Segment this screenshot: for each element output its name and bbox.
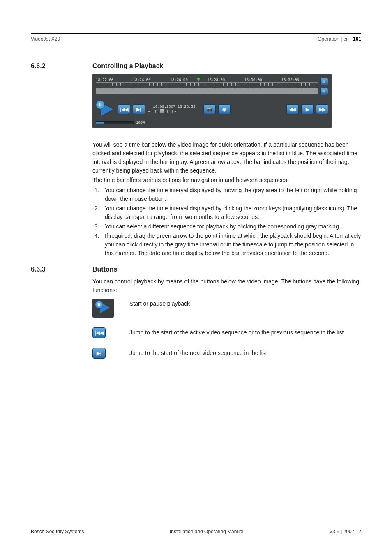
para-1: You will see a time bar below the video … bbox=[92, 140, 361, 175]
section-title: Buttons bbox=[92, 266, 117, 273]
button-table: Start or pause playback |◀◀ Jump to the … bbox=[92, 299, 361, 359]
step-item: You can select a different sequence for … bbox=[101, 222, 361, 231]
speed-handle-icon[interactable] bbox=[160, 109, 164, 113]
section-662-heading: 6.6.2 Controlling a Playback bbox=[31, 62, 361, 70]
timeline-ruler[interactable] bbox=[96, 82, 318, 86]
button-row-playpause: Start or pause playback bbox=[92, 299, 361, 318]
next-sequence-icon: ▶| bbox=[92, 348, 106, 359]
step-item: You can change the time interval display… bbox=[101, 204, 361, 221]
playback-timebar-ui: 18:22:00 18:24:00 18:26:00 18:28:00 18:3… bbox=[92, 74, 332, 128]
play-pause-button[interactable] bbox=[96, 101, 115, 117]
section-number: 6.6.2 bbox=[31, 62, 92, 70]
running-footer: Bosch Security Systems Installation and … bbox=[31, 526, 361, 534]
header-rule bbox=[31, 33, 361, 34]
zoom-in-button[interactable]: 🔍 bbox=[320, 78, 328, 85]
header-left: VideoJet X20 bbox=[31, 36, 60, 42]
button-row-prev: |◀◀ Jump to the start of the active vide… bbox=[92, 327, 361, 338]
play-pause-icon bbox=[92, 299, 114, 318]
button-desc: Start or pause playback bbox=[129, 299, 190, 308]
step-forward-button[interactable]: ▶▶ bbox=[316, 104, 328, 114]
running-header: VideoJet X20 Operation | en 101 bbox=[31, 36, 361, 42]
step-item: If required, drag the green arrow to the… bbox=[101, 232, 361, 258]
footer-center: Installation and Operating Manual bbox=[170, 529, 243, 534]
section-663-body: You can control playback by means of the… bbox=[92, 277, 361, 359]
section-number: 6.6.3 bbox=[31, 266, 92, 273]
section-663-heading: 6.6.3 Buttons bbox=[31, 266, 361, 273]
page: VideoJet X20 Operation | en 101 6.6.2 Co… bbox=[0, 0, 392, 555]
volume-slider[interactable] bbox=[96, 121, 134, 124]
timeline-tick-labels: 18:22:00 18:24:00 18:26:00 18:28:00 18:3… bbox=[96, 78, 318, 82]
playhead-arrow-icon[interactable] bbox=[196, 78, 201, 81]
footer-right: V3.5 | 2007.12 bbox=[329, 529, 361, 534]
header-right: Operation | en 101 bbox=[318, 36, 361, 42]
button-desc: Jump to the start of the active video se… bbox=[129, 327, 344, 337]
zoom-out-button[interactable]: 🔍 bbox=[320, 88, 328, 95]
speed-slider[interactable]: ✶ ✶ bbox=[148, 109, 201, 114]
button-row-next: ▶| Jump to the start of the next video s… bbox=[92, 348, 361, 359]
page-number: 101 bbox=[353, 36, 361, 42]
control-row: |◀◀ ▶| 10.09.2007 18:26:52 ✶ ✶ 📷 ◉ bbox=[96, 101, 328, 117]
record-button[interactable]: ◉ bbox=[218, 104, 231, 114]
volume-label: 100% bbox=[136, 121, 145, 125]
steps-list: You can change the time interval display… bbox=[92, 186, 361, 258]
sequence-interval-bar[interactable] bbox=[96, 88, 318, 94]
next-sequence-button[interactable]: ▶| bbox=[133, 104, 145, 114]
footer-left: Bosch Security Systems bbox=[31, 529, 84, 534]
prev-sequence-button[interactable]: |◀◀ bbox=[118, 104, 130, 114]
section-662-body: 18:22:00 18:24:00 18:26:00 18:28:00 18:3… bbox=[92, 74, 361, 258]
para-2: The time bar offers various options for … bbox=[92, 176, 361, 184]
datetime-readout: 10.09.2007 18:26:52 bbox=[153, 105, 196, 109]
timeline[interactable]: 18:22:00 18:24:00 18:26:00 18:28:00 18:3… bbox=[96, 78, 318, 87]
step-item: You can change the time interval display… bbox=[101, 186, 361, 203]
volume-row: 100% bbox=[96, 121, 328, 125]
pause-icon bbox=[96, 100, 105, 109]
prev-sequence-icon: |◀◀ bbox=[92, 327, 106, 338]
play-forward-button[interactable]: ▶ bbox=[301, 104, 314, 114]
section-title: Controlling a Playback bbox=[92, 62, 163, 70]
step-back-button[interactable]: ◀◀ bbox=[286, 104, 299, 114]
button-desc: Jump to the start of the next video sequ… bbox=[129, 348, 267, 357]
intro-text: You can control playback by means of the… bbox=[92, 277, 361, 295]
snapshot-button[interactable]: 📷 bbox=[203, 104, 216, 114]
